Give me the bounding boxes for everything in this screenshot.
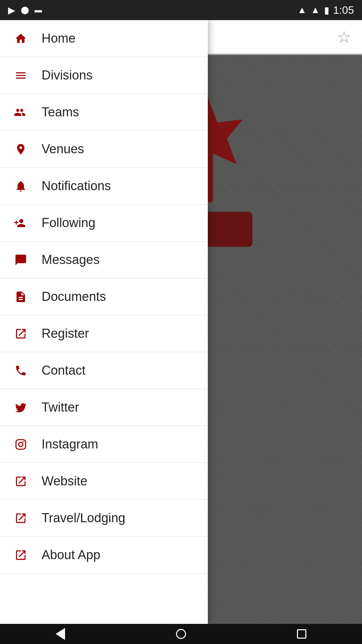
menu-label-twitter: Twitter <box>42 400 79 415</box>
following-icon <box>12 217 29 229</box>
register-icon <box>12 327 29 340</box>
menu-item-documents[interactable]: Documents <box>0 278 208 315</box>
instagram-icon <box>12 438 29 451</box>
menu-label-venues: Venues <box>42 142 84 156</box>
status-bar: ▶ ⬤ ▬ ▲ ▲ ▮ 1:05 <box>0 0 362 20</box>
menu-label-register: Register <box>42 326 89 341</box>
home-button[interactable] <box>171 627 191 641</box>
menu-label-messages: Messages <box>42 253 100 267</box>
menu-item-travel-lodging[interactable]: Travel/Lodging <box>0 500 208 537</box>
menu-label-website: Website <box>42 474 87 488</box>
divisions-icon <box>12 69 29 82</box>
status-time: 1:05 <box>333 4 354 16</box>
sim-icon: ▬ <box>35 6 42 14</box>
menu-label-home: Home <box>42 31 75 46</box>
record-icon: ⬤ <box>21 6 29 14</box>
menu-label-instagram: Instagram <box>42 437 98 451</box>
menu-item-instagram[interactable]: Instagram <box>0 426 208 463</box>
menu-label-divisions: Divisions <box>42 68 93 83</box>
back-button[interactable] <box>50 627 70 641</box>
menu-item-about-app[interactable]: About App <box>0 537 208 574</box>
recents-icon <box>297 629 306 639</box>
favorite-star-icon[interactable]: ☆ <box>337 28 351 46</box>
menu-item-contact[interactable]: Contact <box>0 352 208 389</box>
menu-item-register[interactable]: Register <box>0 315 208 352</box>
menu-label-about-app: About App <box>42 548 100 562</box>
venues-icon <box>12 143 29 156</box>
signal-icon: ▲ <box>311 5 320 15</box>
teams-icon <box>12 106 29 119</box>
menu-label-travel-lodging: Travel/Lodging <box>42 511 125 525</box>
menu-item-messages[interactable]: Messages <box>0 241 208 278</box>
menu-item-teams[interactable]: Teams <box>0 94 208 131</box>
menu-item-notifications[interactable]: Notifications <box>0 168 208 205</box>
menu-item-website[interactable]: Website <box>0 463 208 500</box>
battery-icon: ▮ <box>324 5 329 16</box>
menu-item-following[interactable]: Following <box>0 205 208 241</box>
travel-lodging-icon <box>12 512 29 525</box>
back-icon <box>56 628 65 640</box>
navigation-drawer: HomeDivisionsTeamsVenuesNotificationsFol… <box>0 20 208 624</box>
home-icon <box>12 32 29 45</box>
recents-button[interactable] <box>292 627 312 641</box>
messages-icon <box>12 254 29 266</box>
menu-label-notifications: Notifications <box>42 179 111 193</box>
website-icon <box>12 475 29 488</box>
wifi-icon: ▲ <box>297 5 307 15</box>
about-app-icon <box>12 549 29 561</box>
menu-label-contact: Contact <box>42 363 85 378</box>
twitter-icon <box>12 401 29 414</box>
menu-item-home[interactable]: Home <box>0 20 208 57</box>
menu-label-following: Following <box>42 216 96 230</box>
status-bar-right: ▲ ▲ ▮ 1:05 <box>297 4 354 16</box>
status-bar-left: ▶ ⬤ ▬ <box>8 5 42 16</box>
play-icon: ▶ <box>8 5 15 16</box>
menu-item-twitter[interactable]: Twitter <box>0 389 208 426</box>
bottom-navigation-bar <box>0 624 362 644</box>
contact-icon <box>12 364 29 377</box>
home-icon <box>176 629 186 639</box>
documents-icon <box>12 290 29 303</box>
menu-label-documents: Documents <box>42 289 106 304</box>
menu-item-divisions[interactable]: Divisions <box>0 57 208 94</box>
menu-label-teams: Teams <box>42 105 79 119</box>
menu-item-venues[interactable]: Venues <box>0 131 208 168</box>
notifications-icon <box>12 180 29 193</box>
